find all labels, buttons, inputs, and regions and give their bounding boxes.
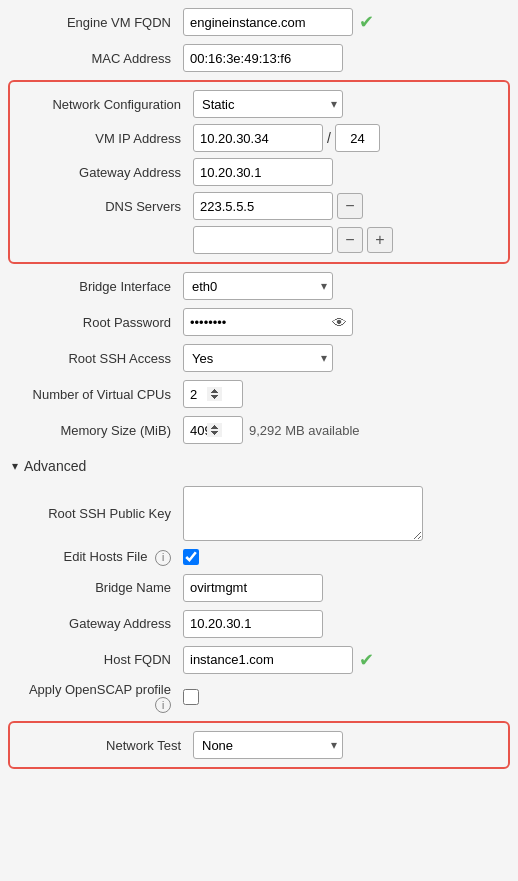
root-password-wrapper: 👁 [183,308,353,336]
engine-vm-fqdn-input[interactable] [183,8,353,36]
network-test-select[interactable]: None Ping DNS [193,731,343,759]
apply-openscap-control [183,689,510,705]
gateway-address-2-label: Gateway Address [8,616,183,631]
edit-hosts-checkbox[interactable] [183,549,199,565]
memory-size-row: Memory Size (MiB) 9,292 MB available [0,416,518,444]
engine-vm-fqdn-label: Engine VM FQDN [8,15,183,30]
edit-hosts-row: Edit Hosts File i [0,549,518,566]
host-fqdn-row: Host FQDN ✔ [0,646,518,674]
network-test-control: None Ping DNS [193,731,500,759]
network-config-control: Static DHCP [193,90,500,118]
edit-hosts-info-icon[interactable]: i [155,550,171,566]
host-fqdn-input[interactable] [183,646,353,674]
gateway-address-input[interactable] [193,158,333,186]
apply-openscap-label: Apply OpenSCAP profile i [8,682,183,714]
bridge-interface-row: Bridge Interface eth0 eth1 bond0 [0,272,518,300]
advanced-section-header[interactable]: ▾ Advanced [0,452,518,480]
dns-servers-label: DNS Servers [18,199,193,214]
vm-ip-row: VM IP Address / [10,124,508,152]
dns-add-button[interactable]: + [367,227,393,253]
bridge-name-input[interactable] [183,574,323,602]
dns-remove-button-2[interactable]: − [337,227,363,253]
vm-ip-control: / [193,124,500,152]
root-password-control: 👁 [183,308,510,336]
mac-address-input[interactable] [183,44,343,72]
root-ssh-pubkey-row: Root SSH Public Key [0,486,518,541]
host-fqdn-check-icon: ✔ [359,649,374,671]
root-password-row: Root Password 👁 [0,308,518,336]
gateway-address-2-control [183,610,510,638]
bridge-interface-select-wrapper: eth0 eth1 bond0 [183,272,333,300]
bridge-interface-label: Bridge Interface [8,279,183,294]
gateway-address-control [193,158,500,186]
dns-servers-row: DNS Servers − [10,192,508,220]
root-ssh-pubkey-label: Root SSH Public Key [8,506,183,521]
memory-available-text: 9,292 MB available [249,423,360,438]
root-password-input[interactable] [183,308,353,336]
host-fqdn-label: Host FQDN [8,652,183,667]
root-ssh-access-select[interactable]: Yes No [183,344,333,372]
memory-size-control: 9,292 MB available [183,416,510,444]
apply-openscap-info-icon[interactable]: i [155,697,171,713]
root-ssh-pubkey-control [183,486,510,541]
num-vcpus-row: Number of Virtual CPUs [0,380,518,408]
edit-hosts-control [183,549,510,565]
host-fqdn-control: ✔ [183,646,510,674]
dns-servers-control: − [193,192,500,220]
show-password-icon[interactable]: 👁 [332,314,347,331]
root-ssh-access-control: Yes No [183,344,510,372]
dns-remove-button-1[interactable]: − [337,193,363,219]
mac-address-label: MAC Address [8,51,183,66]
advanced-section: Root SSH Public Key Edit Hosts File i Br… [0,486,518,769]
apply-openscap-checkbox[interactable] [183,689,199,705]
mac-address-row: MAC Address [0,44,518,72]
bridge-interface-control: eth0 eth1 bond0 [183,272,510,300]
network-config-label: Network Configuration [18,97,193,112]
gateway-address-row: Gateway Address [10,158,508,186]
network-test-row: Network Test None Ping DNS [18,731,500,759]
gateway-address-2-row: Gateway Address [0,610,518,638]
dns-servers-input-1[interactable] [193,192,333,220]
bridge-interface-select[interactable]: eth0 eth1 bond0 [183,272,333,300]
gateway-address-label: Gateway Address [18,165,193,180]
root-ssh-access-row: Root SSH Access Yes No [0,344,518,372]
bridge-name-control [183,574,510,602]
num-vcpus-spinner [183,380,243,408]
num-vcpus-control [183,380,510,408]
advanced-label: Advanced [24,458,86,474]
root-password-label: Root Password [8,315,183,330]
host-fqdn-wrapper: ✔ [183,646,374,674]
network-config-section: Network Configuration Static DHCP VM IP … [8,80,510,264]
dns-servers-row-2: − + [185,226,508,254]
network-test-select-wrapper: None Ping DNS [193,731,343,759]
root-ssh-access-label: Root SSH Access [8,351,183,366]
gateway-address-2-input[interactable] [183,610,323,638]
network-test-label: Network Test [18,738,193,753]
memory-size-label: Memory Size (MiB) [8,423,183,438]
vm-ip-label: VM IP Address [18,131,193,146]
mac-address-control [183,44,510,72]
num-vcpus-input[interactable] [183,380,243,408]
memory-size-input[interactable] [183,416,243,444]
dns-servers-input-2[interactable] [193,226,333,254]
network-config-select[interactable]: Static DHCP [193,90,343,118]
network-config-row: Network Configuration Static DHCP [10,90,508,118]
advanced-chevron-icon: ▾ [12,459,18,473]
network-test-section: Network Test None Ping DNS [8,721,510,769]
network-config-select-wrapper: Static DHCP [193,90,343,118]
engine-vm-fqdn-row: Engine VM FQDN ✔ [0,8,518,36]
vm-ip-input[interactable] [193,124,323,152]
ip-slash: / [327,130,331,146]
bridge-name-label: Bridge Name [8,580,183,595]
edit-hosts-label: Edit Hosts File i [8,549,183,566]
memory-size-spinner [183,416,243,444]
engine-vm-fqdn-control: ✔ [183,8,510,36]
vm-ip-prefix-input[interactable] [335,124,380,152]
apply-openscap-row: Apply OpenSCAP profile i [0,682,518,714]
engine-vm-fqdn-check-icon: ✔ [359,11,374,33]
root-ssh-pubkey-textarea[interactable] [183,486,423,541]
engine-vm-fqdn-wrapper: ✔ [183,8,374,36]
num-vcpus-label: Number of Virtual CPUs [8,387,183,402]
bridge-name-row: Bridge Name [0,574,518,602]
root-ssh-access-select-wrapper: Yes No [183,344,333,372]
